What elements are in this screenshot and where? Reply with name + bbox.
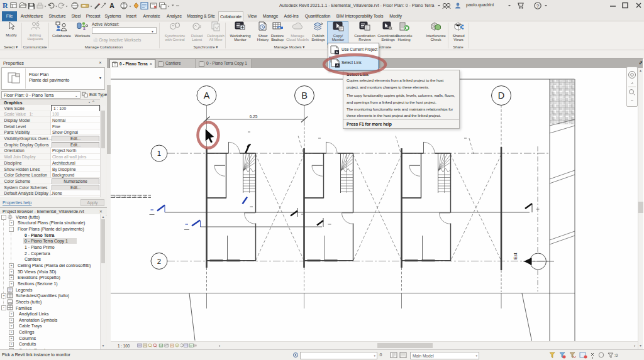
svg-text:B: B [301, 90, 308, 101]
svg-text:6.25: 6.25 [250, 114, 258, 119]
svg-text:A: A [109, 2, 114, 9]
svg-text:A: A [204, 90, 210, 101]
svg-text:?: ? [536, 3, 540, 9]
svg-text::0: :0 [614, 353, 618, 357]
svg-text:R: R [3, 1, 8, 10]
svg-text:2: 2 [157, 258, 161, 265]
svg-text:1: 1 [157, 150, 161, 157]
svg-text:D: D [498, 90, 504, 101]
